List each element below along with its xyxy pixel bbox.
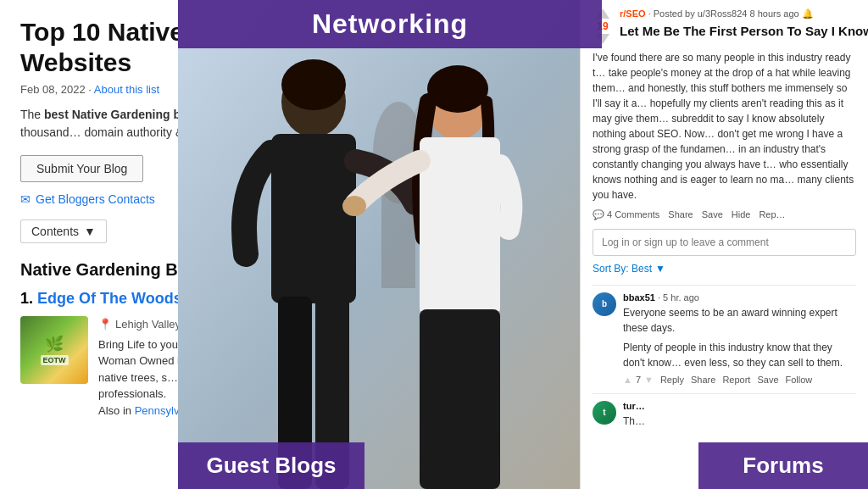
comment1-downvote[interactable]: ▼	[644, 375, 654, 385]
comment1-reply[interactable]: Reply	[660, 375, 684, 385]
meta-date: Feb 08, 2022	[20, 83, 86, 96]
comment-avatar-1: b	[593, 292, 616, 316]
post-content: r/SEO · Posted by u/3Ross824 8 hours ago…	[620, 8, 868, 45]
leaf-icon: 🌿	[45, 335, 64, 353]
comment2-username[interactable]: tur…	[623, 401, 645, 411]
divider-2	[593, 393, 856, 394]
comments-action[interactable]: 💬 4 Comments	[593, 209, 659, 220]
networking-label: Networking	[312, 8, 468, 39]
comment1-vote-count: 7	[636, 375, 641, 385]
svg-point-10	[427, 65, 488, 113]
about-list-link[interactable]: About this list	[94, 83, 159, 96]
comment-body-1: bbax51 · 5 hr. ago Everyone seems to be …	[623, 292, 856, 385]
svg-rect-11	[420, 137, 500, 315]
networking-photo	[178, 0, 602, 489]
posted-by: Posted by u/3Ross824	[654, 8, 748, 19]
comment-item-1: b bbax51 · 5 hr. ago Everyone seems to b…	[593, 292, 856, 385]
comment1-follow[interactable]: Follow	[786, 375, 813, 385]
post-body: I've found there are so many people in t…	[593, 50, 856, 203]
comment-avatar-2: t	[593, 401, 616, 425]
report-action[interactable]: Rep…	[759, 209, 785, 219]
envelope-icon: ✉	[20, 192, 31, 206]
also-label: Also in	[98, 404, 131, 417]
comment1-username[interactable]: bbax51	[623, 292, 655, 303]
post-title: Let Me Be The First Person To Say I Know…	[620, 23, 868, 40]
comment-icon: 💬	[593, 209, 604, 220]
sort-label[interactable]: Sort By: Best	[593, 263, 652, 275]
contents-dropdown[interactable]: Contents ▼	[20, 219, 107, 243]
comment-meta-1: bbax51 · 5 hr. ago	[623, 292, 856, 303]
chevron-down-icon: ▼	[84, 225, 96, 238]
share-action[interactable]: Share	[668, 209, 693, 219]
comment1-vote: ▲ 7 ▼	[623, 375, 654, 385]
forums-label: Forums	[743, 453, 823, 478]
save-action[interactable]: Save	[702, 209, 723, 219]
comment2-text: Th…	[623, 414, 856, 429]
get-bloggers-label: Get Bloggers Contacts	[36, 192, 155, 206]
sort-chevron-icon[interactable]: ▼	[655, 263, 665, 275]
comment-item-2: t tur… Th…	[593, 401, 856, 433]
comment1-actions: ▲ 7 ▼ Reply Share Report Save Follow	[623, 375, 856, 385]
svg-point-12	[342, 196, 366, 216]
blog-number: 1.	[20, 290, 33, 307]
svg-rect-6	[271, 134, 356, 303]
submit-blog-button[interactable]: Submit Your Blog	[20, 155, 143, 182]
comment1-share[interactable]: Share	[691, 375, 715, 385]
pin-icon: 📍	[98, 316, 112, 333]
svg-point-5	[281, 59, 346, 110]
comment-meta-2: tur…	[623, 401, 856, 411]
comment1-upvote[interactable]: ▲	[623, 375, 632, 385]
blog-eotw-label: EOTW	[41, 355, 69, 365]
contents-label: Contents	[31, 225, 79, 238]
comment1-time: 5 hr. ago	[663, 292, 699, 303]
post-meta: r/SEO · Posted by u/3Ross824 8 hours ago…	[620, 8, 868, 19]
blog-logo: 🌿 EOTW	[20, 316, 88, 384]
divider	[593, 285, 856, 286]
comment-input[interactable]: Log in or sign up to leave a comment	[593, 229, 856, 256]
comment-body-2: tur… Th…	[623, 401, 856, 433]
title-line2: Websites	[20, 48, 131, 76]
guest-blogs-label: Guest Blogs	[206, 453, 336, 478]
comment1-report[interactable]: Report	[722, 375, 750, 385]
post-actions: 💬 4 Comments Share Save Hide Rep…	[593, 209, 856, 220]
svg-rect-13	[420, 309, 500, 489]
comment1-text1: Everyone seems to be an award winning ex…	[623, 305, 856, 336]
subreddit-label[interactable]: r/SEO	[620, 8, 646, 19]
guest-blogs-banner: Guest Blogs	[178, 442, 364, 489]
right-panel: 19 r/SEO · Posted by u/3Ross824 8 hours …	[580, 0, 868, 489]
comment1-text2: Plenty of people in this industry know t…	[623, 340, 856, 370]
networking-banner: Networking	[178, 0, 602, 48]
comment1-save[interactable]: Save	[757, 375, 778, 385]
center-panel: Networking Guest Blogs	[178, 0, 602, 489]
time-ago: 8 hours ago	[750, 8, 799, 19]
sort-bar: Sort By: Best ▼	[593, 263, 856, 275]
people-svg	[178, 0, 602, 489]
forums-banner: Forums	[698, 442, 868, 489]
hide-action[interactable]: Hide	[732, 209, 751, 219]
